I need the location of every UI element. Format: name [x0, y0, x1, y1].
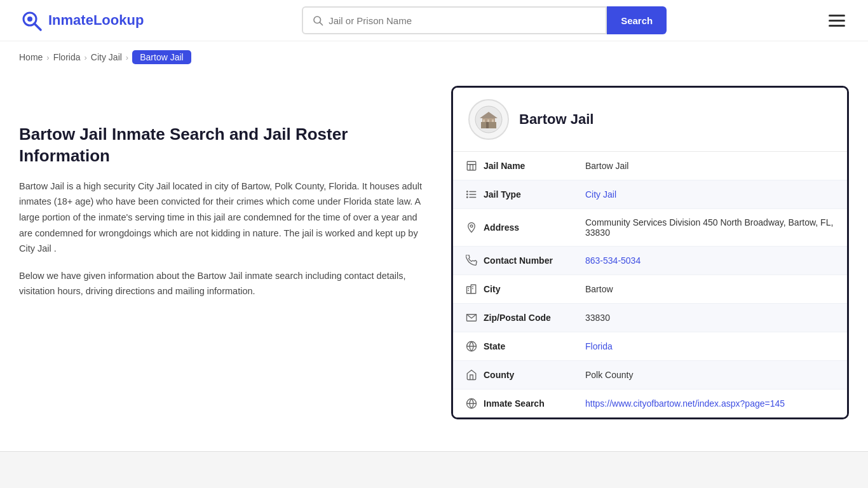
- table-row: Contact Number 863-534-5034: [453, 247, 847, 275]
- contact-value: 863-534-5034: [585, 255, 834, 266]
- table-row: Jail Name Bartow Jail: [453, 152, 847, 180]
- table-row: Zip/Postal Code 33830: [453, 304, 847, 332]
- page-description-1: Bartow Jail is a high security City Jail…: [19, 179, 426, 257]
- left-content: Bartow Jail Inmate Search and Jail Roste…: [19, 86, 426, 419]
- courthouse-icon: [475, 105, 503, 133]
- jail-name-value: Bartow Jail: [585, 161, 834, 171]
- inmate-search-value: https://www.cityofbartow.net/index.aspx?…: [585, 398, 834, 409]
- city-icon: [466, 283, 484, 295]
- hamburger-line: [829, 20, 845, 22]
- breadcrumb-home[interactable]: Home: [19, 52, 43, 62]
- svg-point-20: [470, 225, 473, 227]
- mail-icon: [466, 312, 484, 323]
- page-description-2: Below we have given information about th…: [19, 268, 426, 299]
- svg-line-1: [34, 24, 41, 30]
- breadcrumb: Home › Florida › City Jail › Bartow Jail: [0, 41, 868, 73]
- jail-type-link[interactable]: City Jail: [585, 189, 616, 200]
- search-input[interactable]: [329, 15, 597, 26]
- svg-rect-12: [492, 119, 494, 122]
- search-button[interactable]: Search: [607, 6, 667, 34]
- contact-link[interactable]: 863-534-5034: [585, 255, 641, 266]
- svg-line-4: [320, 22, 323, 25]
- table-row: County Polk County: [453, 361, 847, 390]
- hamburger-line: [829, 15, 845, 17]
- info-card: Bartow Jail Jail Name Bartow Jail Jail T…: [451, 86, 849, 419]
- svg-point-2: [27, 17, 32, 22]
- svg-point-19: [467, 197, 468, 198]
- breadcrumb-city-jail[interactable]: City Jail: [91, 52, 122, 62]
- state-label: State: [484, 341, 585, 351]
- jail-type-value: City Jail: [585, 189, 834, 200]
- svg-rect-22: [471, 285, 476, 294]
- logo-icon: [19, 8, 43, 32]
- city-value: Bartow: [585, 284, 834, 294]
- globe-icon: [466, 341, 484, 352]
- svg-rect-13: [467, 161, 476, 170]
- site-header: InmateLookup Search: [0, 0, 868, 41]
- table-row: State Florida: [453, 332, 847, 361]
- county-label: County: [484, 370, 585, 380]
- contact-label: Contact Number: [484, 255, 585, 266]
- location-icon: [466, 222, 484, 233]
- search-area: Search: [302, 6, 667, 34]
- search-globe-icon: [466, 398, 484, 409]
- county-value: Polk County: [585, 370, 834, 380]
- breadcrumb-sep: ›: [126, 53, 128, 62]
- page-title: Bartow Jail Inmate Search and Jail Roste…: [19, 124, 426, 167]
- address-value: Community Services Division 450 North Br…: [585, 217, 834, 238]
- breadcrumb-sep: ›: [85, 53, 87, 62]
- card-avatar: [468, 99, 509, 140]
- logo-text: InmateLookup: [48, 12, 144, 29]
- county-icon: [466, 369, 484, 381]
- table-row: Jail Type City Jail: [453, 180, 847, 209]
- jail-type-label: Jail Type: [484, 189, 585, 200]
- svg-rect-10: [483, 119, 485, 122]
- table-row: City Bartow: [453, 275, 847, 304]
- inmate-search-label: Inmate Search: [484, 398, 585, 409]
- svg-rect-11: [487, 119, 489, 122]
- breadcrumb-current: Bartow Jail: [132, 50, 191, 64]
- city-label: City: [484, 284, 585, 294]
- breadcrumb-sep: ›: [46, 53, 49, 62]
- state-link[interactable]: Florida: [585, 341, 613, 351]
- search-input-wrap: [302, 6, 607, 34]
- svg-rect-21: [467, 287, 471, 294]
- svg-point-18: [467, 194, 468, 195]
- svg-rect-9: [486, 122, 489, 128]
- list-icon: [466, 189, 484, 200]
- inmate-search-link[interactable]: https://www.cityofbartow.net/index.aspx?…: [585, 398, 785, 409]
- search-icon: [312, 15, 323, 26]
- main-layout: Bartow Jail Inmate Search and Jail Roste…: [0, 73, 868, 438]
- svg-point-17: [467, 191, 468, 193]
- jail-name-label: Jail Name: [484, 161, 585, 171]
- card-header: Bartow Jail: [453, 88, 847, 152]
- logo[interactable]: InmateLookup: [19, 8, 144, 32]
- building-icon: [466, 160, 484, 172]
- zip-label: Zip/Postal Code: [484, 313, 585, 323]
- breadcrumb-florida[interactable]: Florida: [53, 52, 81, 62]
- menu-button[interactable]: [825, 11, 849, 30]
- phone-icon: [466, 255, 484, 266]
- table-row: Address Community Services Division 450 …: [453, 209, 847, 247]
- footer: [0, 451, 868, 488]
- card-title: Bartow Jail: [519, 111, 593, 128]
- state-value: Florida: [585, 341, 834, 351]
- address-label: Address: [484, 222, 585, 233]
- hamburger-line: [829, 25, 845, 27]
- zip-value: 33830: [585, 313, 834, 323]
- table-row: Inmate Search https://www.cityofbartow.n…: [453, 390, 847, 417]
